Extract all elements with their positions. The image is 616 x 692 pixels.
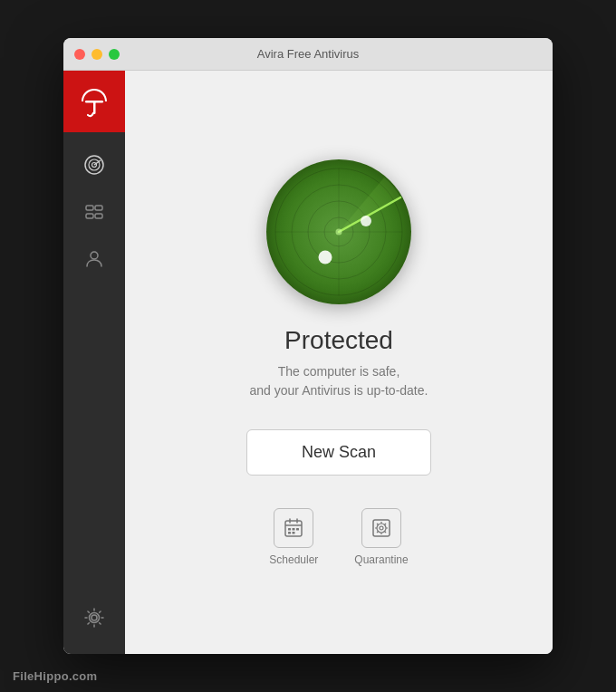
svg-rect-30 (288, 532, 291, 534)
svg-line-41 (377, 531, 379, 533)
sidebar-item-scan[interactable] (72, 143, 116, 187)
svg-rect-8 (86, 214, 93, 218)
sidebar-item-modules[interactable] (72, 190, 116, 234)
svg-rect-31 (293, 532, 295, 534)
sidebar-nav (72, 132, 116, 596)
svg-rect-9 (95, 214, 102, 218)
watermark: FileHippo.com (13, 669, 97, 683)
sidebar-item-account[interactable] (72, 237, 116, 281)
app-window: Avira Free Antivirus (63, 38, 553, 654)
status-title: Protected (284, 326, 393, 355)
quarantine-action[interactable]: Quarantine (354, 508, 408, 566)
window-title: Avira Free Antivirus (257, 47, 359, 61)
svg-line-38 (377, 524, 379, 525)
main-content: Protected The computer is safe, and your… (125, 71, 553, 654)
scheduler-icon (283, 517, 304, 539)
radar-circle (266, 159, 411, 304)
scheduler-icon-box (274, 508, 313, 548)
quarantine-label: Quarantine (354, 553, 408, 566)
close-button[interactable] (74, 49, 85, 60)
svg-line-40 (385, 524, 387, 525)
svg-point-42 (380, 526, 383, 530)
radar-svg (266, 159, 411, 304)
svg-rect-28 (293, 528, 295, 531)
window-controls (74, 49, 120, 60)
sidebar-item-settings[interactable] (72, 596, 116, 639)
user-icon (83, 248, 105, 270)
sidebar (63, 71, 125, 654)
scheduler-label: Scheduler (269, 553, 318, 566)
quarantine-icon-box (361, 508, 401, 548)
radar-icon (83, 154, 105, 176)
svg-point-20 (361, 216, 371, 226)
app-body: Protected The computer is safe, and your… (63, 71, 553, 654)
radar-visualization (266, 159, 411, 304)
scheduler-action[interactable]: Scheduler (269, 508, 318, 566)
new-scan-button[interactable]: New Scan (246, 429, 431, 476)
avira-logo (63, 71, 125, 132)
svg-line-39 (385, 531, 387, 533)
svg-rect-1 (93, 101, 96, 114)
svg-rect-7 (95, 206, 102, 210)
svg-point-12 (90, 613, 100, 623)
svg-rect-29 (296, 528, 299, 531)
modules-icon (83, 201, 105, 223)
status-subtitle: The computer is safe, and your Antivirus… (250, 362, 428, 400)
maximize-button[interactable] (109, 49, 120, 60)
quarantine-icon (371, 517, 392, 539)
settings-icon (83, 607, 105, 629)
svg-point-21 (319, 250, 332, 264)
minimize-button[interactable] (91, 49, 102, 60)
avira-logo-icon (78, 85, 111, 118)
svg-point-11 (91, 615, 97, 620)
bottom-actions: Scheduler (269, 508, 408, 566)
titlebar: Avira Free Antivirus (63, 38, 553, 71)
svg-point-10 (91, 252, 98, 259)
sidebar-bottom (72, 596, 116, 654)
svg-rect-27 (288, 528, 291, 531)
svg-point-22 (336, 228, 342, 235)
svg-rect-6 (86, 206, 93, 210)
